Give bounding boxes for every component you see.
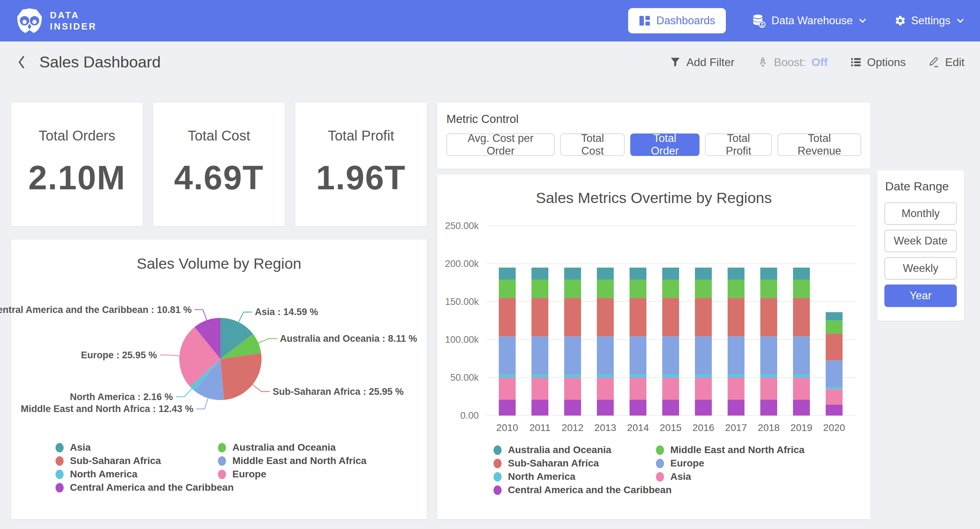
bar-segment-2019-middle-east-and-north-africa[interactable]: [793, 280, 810, 298]
legend-item-central-america-and-the-caribbean[interactable]: Central America and the Caribbean: [56, 483, 218, 492]
bar-segment-2011-middle-east-and-north-africa[interactable]: [531, 280, 548, 298]
bar-segment-2019-asia[interactable]: [793, 378, 810, 400]
legend-item-asia[interactable]: Asia: [656, 472, 805, 481]
bar-segment-2010-north-america[interactable]: [499, 375, 515, 378]
bar-segment-2010-europe[interactable]: [499, 336, 515, 375]
date-range-monthly[interactable]: Monthly: [885, 202, 957, 225]
bar-segment-2018-australia-and-oceania[interactable]: [760, 268, 777, 280]
bar-segment-2015-australia-and-oceania[interactable]: [662, 268, 679, 280]
bar-segment-2016-australia-and-oceania[interactable]: [695, 268, 712, 280]
bar-segment-2014-sub-saharan-africa[interactable]: [630, 298, 646, 336]
bar-segment-2019-north-america[interactable]: [793, 375, 810, 378]
bar-segment-2014-asia[interactable]: [630, 378, 646, 400]
bar-segment-2017-middle-east-and-north-africa[interactable]: [728, 280, 745, 298]
bar-segment-2017-central-america-and-the-caribbean[interactable]: [728, 399, 745, 416]
bar-segment-2016-asia[interactable]: [695, 378, 712, 400]
legend-item-north-america[interactable]: North America: [493, 472, 656, 481]
bar-segment-2010-middle-east-and-north-africa[interactable]: [499, 280, 515, 298]
bar-segment-2019-central-america-and-the-caribbean[interactable]: [793, 399, 810, 416]
bar-segment-2012-sub-saharan-africa[interactable]: [564, 298, 581, 336]
bar-segment-2012-asia[interactable]: [564, 378, 581, 400]
bar-segment-2016-north-america[interactable]: [695, 375, 712, 378]
bar-segment-2016-middle-east-and-north-africa[interactable]: [695, 280, 712, 298]
bar-segment-2018-europe[interactable]: [760, 336, 777, 375]
legend-item-europe[interactable]: Europe: [218, 469, 367, 479]
legend-item-asia[interactable]: Asia: [56, 443, 218, 453]
nav-settings[interactable]: Settings: [893, 14, 964, 27]
bar-segment-2011-asia[interactable]: [531, 378, 548, 400]
bar-segment-2018-sub-saharan-africa[interactable]: [760, 298, 777, 336]
bar-segment-2020-north-america[interactable]: [826, 387, 843, 389]
bar-segment-2016-central-america-and-the-caribbean[interactable]: [695, 399, 712, 416]
bar-segment-2018-north-america[interactable]: [760, 375, 777, 378]
legend-item-sub-saharan-africa[interactable]: Sub-Saharan Africa: [493, 458, 656, 468]
bar-segment-2020-australia-and-oceania[interactable]: [826, 312, 843, 321]
bar-segment-2010-australia-and-oceania[interactable]: [499, 268, 515, 280]
bar-segment-2020-sub-saharan-africa[interactable]: [826, 334, 843, 360]
legend-item-north-america[interactable]: North America: [56, 469, 218, 479]
date-range-year[interactable]: Year: [885, 284, 957, 307]
date-range-weekly[interactable]: Weekly: [885, 257, 957, 280]
bar-segment-2015-asia[interactable]: [662, 378, 679, 400]
metric-button-total-cost[interactable]: Total Cost: [560, 133, 625, 156]
bar-segment-2020-middle-east-and-north-africa[interactable]: [826, 321, 843, 334]
legend-item-central-america-and-the-caribbean[interactable]: Central America and the Caribbean: [493, 485, 656, 495]
bar-segment-2015-north-america[interactable]: [662, 375, 679, 378]
bar-segment-2010-central-america-and-the-caribbean[interactable]: [499, 399, 515, 416]
bar-segment-2017-north-america[interactable]: [728, 375, 745, 378]
legend-item-sub-saharan-africa[interactable]: Sub-Saharan Africa: [56, 456, 218, 466]
bar-segment-2011-europe[interactable]: [531, 336, 548, 375]
bar-segment-2016-europe[interactable]: [695, 336, 712, 375]
bar-segment-2020-central-america-and-the-caribbean[interactable]: [826, 404, 843, 416]
brand-logo[interactable]: DATA INSIDER: [16, 7, 97, 35]
bar-segment-2019-europe[interactable]: [793, 336, 810, 375]
bar-segment-2013-europe[interactable]: [597, 336, 614, 375]
bar-segment-2011-sub-saharan-africa[interactable]: [531, 298, 548, 336]
bar-segment-2010-asia[interactable]: [499, 378, 515, 400]
bar-segment-2011-north-america[interactable]: [531, 375, 548, 378]
edit-button[interactable]: Edit: [928, 56, 964, 69]
bar-segment-2013-central-america-and-the-caribbean[interactable]: [597, 399, 614, 416]
bar-segment-2012-australia-and-oceania[interactable]: [564, 268, 581, 280]
bar-segment-2013-north-america[interactable]: [597, 375, 614, 378]
back-button[interactable]: [16, 55, 27, 69]
bar-segment-2015-sub-saharan-africa[interactable]: [662, 298, 679, 336]
bar-segment-2017-europe[interactable]: [728, 336, 745, 375]
bar-segment-2017-australia-and-oceania[interactable]: [728, 268, 745, 280]
metric-button-total-profit[interactable]: Total Profit: [705, 133, 772, 156]
bar-segment-2013-australia-and-oceania[interactable]: [597, 268, 614, 280]
bar-segment-2014-europe[interactable]: [630, 336, 646, 375]
metric-button-total-revenue[interactable]: Total Revenue: [778, 133, 861, 156]
pie-slice-sub-saharan-africa[interactable]: [220, 353, 261, 400]
bar-segment-2017-asia[interactable]: [728, 378, 745, 400]
bar-segment-2018-asia[interactable]: [760, 378, 777, 400]
bar-segment-2013-middle-east-and-north-africa[interactable]: [597, 280, 614, 298]
bar-segment-2020-europe[interactable]: [826, 361, 843, 387]
legend-item-middle-east-and-north-africa[interactable]: Middle East and North Africa: [218, 456, 367, 466]
bar-segment-2010-sub-saharan-africa[interactable]: [499, 298, 515, 336]
date-range-week-date[interactable]: Week Date: [885, 230, 957, 252]
nav-dashboards[interactable]: Dashboards: [628, 8, 725, 33]
bar-segment-2014-central-america-and-the-caribbean[interactable]: [630, 399, 646, 416]
bar-segment-2012-middle-east-and-north-africa[interactable]: [564, 280, 581, 298]
bar-segment-2014-middle-east-and-north-africa[interactable]: [630, 280, 646, 298]
legend-item-middle-east-and-north-africa[interactable]: Middle East and North Africa: [656, 445, 805, 455]
metric-button-avg-cost-per-order[interactable]: Avg. Cost per Order: [446, 133, 555, 156]
bar-segment-2016-sub-saharan-africa[interactable]: [695, 298, 712, 336]
bar-segment-2019-sub-saharan-africa[interactable]: [793, 298, 810, 336]
bar-segment-2012-europe[interactable]: [564, 336, 581, 375]
bar-segment-2015-central-america-and-the-caribbean[interactable]: [662, 399, 679, 416]
add-filter-button[interactable]: Add Filter: [670, 56, 735, 69]
bar-segment-2019-australia-and-oceania[interactable]: [793, 268, 810, 280]
bar-segment-2018-central-america-and-the-caribbean[interactable]: [760, 399, 777, 416]
bar-segment-2012-north-america[interactable]: [564, 375, 581, 378]
bar-segment-2011-australia-and-oceania[interactable]: [531, 268, 548, 280]
boost-toggle[interactable]: Boost: Off: [757, 56, 828, 69]
legend-item-europe[interactable]: Europe: [656, 458, 805, 468]
bar-segment-2014-north-america[interactable]: [630, 375, 646, 378]
nav-data-warehouse[interactable]: Data Warehouse: [752, 14, 867, 28]
bar-segment-2011-central-america-and-the-caribbean[interactable]: [531, 399, 548, 416]
bar-segment-2015-europe[interactable]: [662, 336, 679, 375]
options-button[interactable]: Options: [850, 56, 906, 69]
bar-segment-2018-middle-east-and-north-africa[interactable]: [760, 280, 777, 298]
